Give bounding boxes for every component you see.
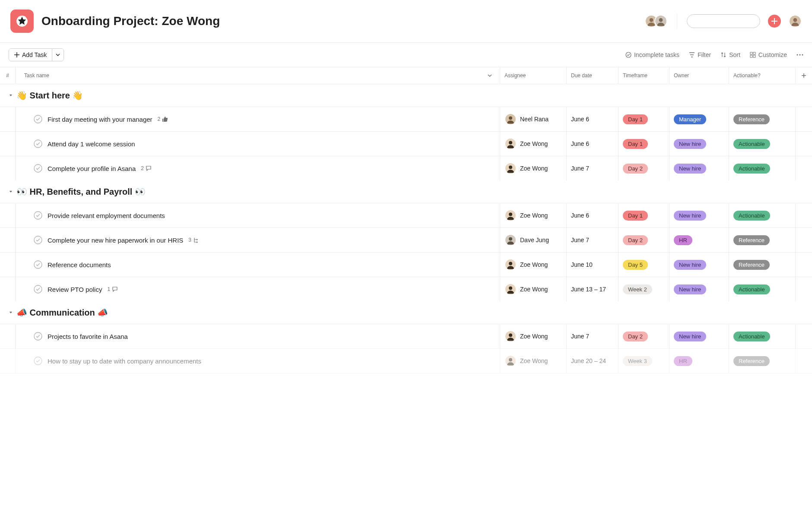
task-row[interactable]: Complete your profile in Asana2Zoe WongJ… — [0, 156, 812, 180]
timeframe-cell[interactable]: Week 3 — [619, 349, 669, 373]
complete-checkbox[interactable] — [34, 115, 42, 123]
timeframe-cell[interactable]: Day 1 — [619, 203, 669, 227]
timeframe-cell[interactable]: Day 5 — [619, 253, 669, 277]
complete-checkbox[interactable] — [34, 332, 42, 341]
timeframe-cell[interactable]: Day 1 — [619, 107, 669, 131]
column-actionable[interactable]: Actionable? — [729, 67, 796, 84]
task-row[interactable]: Review PTO policy1Zoe WongJune 13 – 17We… — [0, 277, 812, 301]
task-name-cell[interactable]: Provide relevant employment documents — [16, 203, 500, 227]
due-date-cell[interactable]: June 6 — [567, 107, 619, 131]
timeframe-pill: Day 1 — [623, 211, 648, 221]
task-row[interactable]: First day meeting with your manager2Neel… — [0, 107, 812, 131]
filter-button[interactable]: Filter — [689, 51, 711, 58]
task-name-cell[interactable]: Review PTO policy1 — [16, 277, 500, 301]
complete-checkbox[interactable] — [34, 139, 42, 148]
actionable-cell[interactable]: Actionable — [729, 277, 796, 301]
due-date-cell[interactable]: June 7 — [567, 228, 619, 252]
sort-button[interactable]: Sort — [720, 51, 740, 58]
assignee-cell[interactable]: Neel Rana — [500, 107, 567, 131]
timeframe-cell[interactable]: Day 2 — [619, 228, 669, 252]
due-date-cell[interactable]: June 6 — [567, 132, 619, 156]
assignee-cell[interactable]: Zoe Wong — [500, 349, 567, 373]
column-task-name[interactable]: Task name — [16, 67, 500, 84]
task-name-cell[interactable]: First day meeting with your manager2 — [16, 107, 500, 131]
add-task-button[interactable]: Add Task — [9, 49, 52, 61]
complete-checkbox[interactable] — [34, 211, 42, 220]
task-row[interactable]: Complete your new hire paperwork in our … — [0, 227, 812, 252]
owner-cell[interactable]: New hire — [669, 253, 729, 277]
owner-cell[interactable]: New hire — [669, 277, 729, 301]
task-name-cell[interactable]: Complete your new hire paperwork in our … — [16, 228, 500, 252]
task-name-cell[interactable]: Attend day 1 welcome session — [16, 132, 500, 156]
assignee-cell[interactable]: Zoe Wong — [500, 132, 567, 156]
actionable-cell[interactable]: Actionable — [729, 132, 796, 156]
assignee-cell[interactable]: Zoe Wong — [500, 203, 567, 227]
column-owner[interactable]: Owner — [669, 67, 729, 84]
column-timeframe[interactable]: Timeframe — [619, 67, 669, 84]
complete-checkbox[interactable] — [34, 260, 42, 269]
task-row[interactable]: Attend day 1 welcome sessionZoe WongJune… — [0, 131, 812, 156]
column-assignee[interactable]: Assignee — [500, 67, 567, 84]
task-row[interactable]: Provide relevant employment documentsZoe… — [0, 203, 812, 227]
timeframe-cell[interactable]: Day 2 — [619, 324, 669, 348]
owner-cell[interactable]: Manager — [669, 107, 729, 131]
owner-cell[interactable]: New hire — [669, 132, 729, 156]
search-input[interactable] — [696, 18, 771, 25]
owner-cell[interactable]: HR — [669, 349, 729, 373]
complete-checkbox[interactable] — [34, 236, 42, 244]
due-date-cell[interactable]: June 7 — [567, 324, 619, 348]
global-add-button[interactable] — [768, 15, 781, 28]
timeframe-cell[interactable]: Week 2 — [619, 277, 669, 301]
task-name-cell[interactable]: Projects to favorite in Asana — [16, 324, 500, 348]
timeframe-cell[interactable]: Day 1 — [619, 132, 669, 156]
actionable-cell[interactable]: Reference — [729, 107, 796, 131]
actionable-cell[interactable]: Actionable — [729, 203, 796, 227]
due-date-cell[interactable]: June 10 — [567, 253, 619, 277]
actionable-cell[interactable]: Reference — [729, 228, 796, 252]
column-number[interactable]: # — [0, 67, 16, 84]
task-name-cell[interactable]: Complete your profile in Asana2 — [16, 156, 500, 180]
complete-checkbox[interactable] — [34, 285, 42, 294]
add-task-group: Add Task — [9, 48, 64, 61]
column-due-date[interactable]: Due date — [567, 67, 619, 84]
task-row[interactable]: Reference documentsZoe WongJune 10Day 5N… — [0, 252, 812, 277]
due-date-cell[interactable]: June 6 — [567, 203, 619, 227]
more-button[interactable] — [796, 51, 803, 58]
owner-cell[interactable]: New hire — [669, 156, 729, 180]
owner-cell[interactable]: New hire — [669, 203, 729, 227]
task-name-cell[interactable]: How to stay up to date with company anno… — [16, 349, 500, 373]
section-header[interactable]: 📣 Communication 📣 — [0, 301, 812, 324]
current-user-avatar[interactable] — [789, 15, 802, 28]
complete-checkbox[interactable] — [34, 357, 42, 365]
assignee-cell[interactable]: Zoe Wong — [500, 277, 567, 301]
assignee-cell[interactable]: Dave Jung — [500, 228, 567, 252]
owner-cell[interactable]: HR — [669, 228, 729, 252]
due-date-cell[interactable]: June 7 — [567, 156, 619, 180]
assignee-cell[interactable]: Zoe Wong — [500, 324, 567, 348]
actionable-cell[interactable]: Actionable — [729, 324, 796, 348]
customize-button[interactable]: Customize — [750, 51, 787, 58]
incomplete-tasks-filter[interactable]: Incomplete tasks — [625, 51, 679, 58]
complete-checkbox[interactable] — [34, 164, 42, 173]
member-avatars[interactable] — [645, 15, 667, 28]
timeframe-cell[interactable]: Day 2 — [619, 156, 669, 180]
owner-cell[interactable]: New hire — [669, 324, 729, 348]
actionable-cell[interactable]: Reference — [729, 349, 796, 373]
assignee-name: Zoe Wong — [520, 357, 548, 364]
due-date-cell[interactable]: June 20 – 24 — [567, 349, 619, 373]
actionable-cell[interactable]: Reference — [729, 253, 796, 277]
add-task-dropdown[interactable] — [52, 49, 63, 61]
section-header[interactable]: 👋 Start here 👋 — [0, 84, 812, 107]
section-header[interactable]: 👀 HR, Benefits, and Payroll 👀 — [0, 180, 812, 203]
task-row[interactable]: Projects to favorite in AsanaZoe WongJun… — [0, 324, 812, 348]
task-row[interactable]: How to stay up to date with company anno… — [0, 348, 812, 373]
add-column-button[interactable] — [796, 67, 812, 84]
actionable-cell[interactable]: Actionable — [729, 156, 796, 180]
assignee-cell[interactable]: Zoe Wong — [500, 253, 567, 277]
due-date-cell[interactable]: June 13 – 17 — [567, 277, 619, 301]
search-box[interactable] — [687, 14, 760, 28]
member-avatar[interactable] — [654, 15, 667, 28]
task-meta: 3 — [188, 237, 199, 243]
task-name-cell[interactable]: Reference documents — [16, 253, 500, 277]
assignee-cell[interactable]: Zoe Wong — [500, 156, 567, 180]
